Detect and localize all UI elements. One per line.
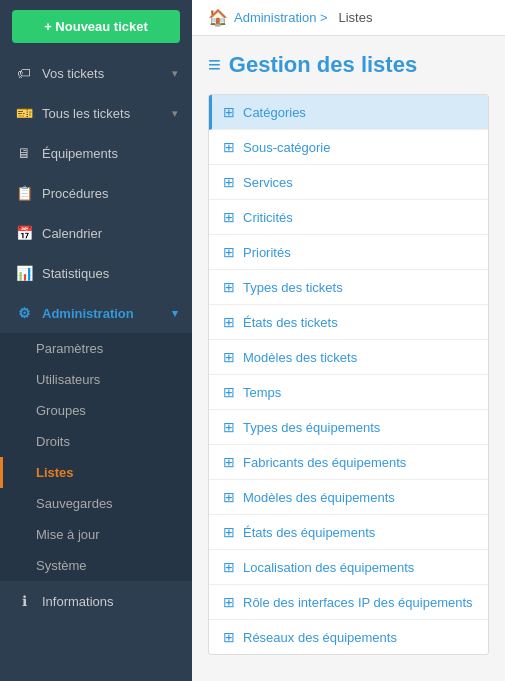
sidebar-item-label: Tous les tickets	[42, 106, 172, 121]
administration-icon: ⚙	[14, 303, 34, 323]
list-item-label: Sous-catégorie	[243, 140, 330, 155]
sidebar-item-parametres[interactable]: Paramètres	[0, 333, 192, 364]
sidebar-item-systeme[interactable]: Système	[0, 550, 192, 581]
list-item-priorites[interactable]: Priorités	[209, 235, 488, 270]
main-content: 🏠 Administration > Listes ≡ Gestion des …	[192, 0, 505, 681]
sidebar-item-mise-a-jour[interactable]: Mise à jour	[0, 519, 192, 550]
chevron-down-icon: ▾	[172, 307, 178, 320]
sidebar-item-tous-tickets[interactable]: 🎫 Tous les tickets ▾	[0, 93, 192, 133]
content-area: ≡ Gestion des listes Catégories Sous-cat…	[192, 36, 505, 681]
home-icon: 🏠	[208, 8, 228, 27]
list-item-label: Catégories	[243, 105, 306, 120]
chevron-down-icon: ▾	[172, 67, 178, 80]
list-item-role-interfaces-ip[interactable]: Rôle des interfaces IP des équipements	[209, 585, 488, 620]
grid-icon	[223, 419, 235, 435]
sidebar-menu: 🏷 Vos tickets ▾ 🎫 Tous les tickets ▾ 🖥 É…	[0, 53, 192, 681]
sidebar-item-label: Calendrier	[42, 226, 178, 241]
grid-icon	[223, 594, 235, 610]
list-item-label: Fabricants des équipements	[243, 455, 406, 470]
sidebar-item-label: Informations	[42, 594, 178, 609]
list-item-label: Types des tickets	[243, 280, 343, 295]
list-item-etats-tickets[interactable]: États des tickets	[209, 305, 488, 340]
grid-icon	[223, 489, 235, 505]
list-item-types-tickets[interactable]: Types des tickets	[209, 270, 488, 305]
list-item-label: Priorités	[243, 245, 291, 260]
sidebar-item-listes[interactable]: Listes	[0, 457, 192, 488]
sidebar-item-utilisateurs[interactable]: Utilisateurs	[0, 364, 192, 395]
list-item-localisation-equipements[interactable]: Localisation des équipements	[209, 550, 488, 585]
list-item-types-equipements[interactable]: Types des équipements	[209, 410, 488, 445]
grid-icon	[223, 139, 235, 155]
grid-icon	[223, 174, 235, 190]
page-title-container: ≡ Gestion des listes	[208, 52, 489, 78]
list-item-label: Types des équipements	[243, 420, 380, 435]
sidebar: + Nouveau ticket 🏷 Vos tickets ▾ 🎫 Tous …	[0, 0, 192, 681]
grid-icon	[223, 314, 235, 330]
list-item-label: Services	[243, 175, 293, 190]
list-icon: ≡	[208, 52, 221, 78]
list-item-label: Rôle des interfaces IP des équipements	[243, 595, 473, 610]
sidebar-item-equipements[interactable]: 🖥 Équipements	[0, 133, 192, 173]
breadcrumb-admin[interactable]: Administration >	[234, 10, 328, 25]
grid-icon	[223, 244, 235, 260]
list-item-label: États des équipements	[243, 525, 375, 540]
sidebar-item-administration[interactable]: ⚙ Administration ▾	[0, 293, 192, 333]
list-item-sous-categorie[interactable]: Sous-catégorie	[209, 130, 488, 165]
informations-icon: ℹ	[14, 591, 34, 611]
list-item-etats-equipements[interactable]: États des équipements	[209, 515, 488, 550]
chevron-down-icon: ▾	[172, 107, 178, 120]
grid-icon	[223, 209, 235, 225]
equipements-icon: 🖥	[14, 143, 34, 163]
list-item-categories[interactable]: Catégories	[209, 95, 488, 130]
sidebar-item-vos-tickets[interactable]: 🏷 Vos tickets ▾	[0, 53, 192, 93]
statistiques-icon: 📊	[14, 263, 34, 283]
sidebar-item-label: Procédures	[42, 186, 178, 201]
list-item-temps[interactable]: Temps	[209, 375, 488, 410]
list-item-criticites[interactable]: Criticités	[209, 200, 488, 235]
list-item-modeles-equipements[interactable]: Modèles des équipements	[209, 480, 488, 515]
sidebar-item-groupes[interactable]: Groupes	[0, 395, 192, 426]
sidebar-item-label: Équipements	[42, 146, 178, 161]
list-item-label: Modèles des équipements	[243, 490, 395, 505]
sidebar-item-label: Vos tickets	[42, 66, 172, 81]
grid-icon	[223, 279, 235, 295]
breadcrumb: Administration > Listes	[234, 10, 372, 25]
sidebar-item-informations[interactable]: ℹ Informations	[0, 581, 192, 621]
list-item-label: Modèles des tickets	[243, 350, 357, 365]
list-item-label: Localisation des équipements	[243, 560, 414, 575]
grid-icon	[223, 454, 235, 470]
list-item-label: Temps	[243, 385, 281, 400]
sidebar-item-label: Statistiques	[42, 266, 178, 281]
calendrier-icon: 📅	[14, 223, 34, 243]
list-item-label: Criticités	[243, 210, 293, 225]
list-item-services[interactable]: Services	[209, 165, 488, 200]
list-item-label: Réseaux des équipements	[243, 630, 397, 645]
grid-icon	[223, 104, 235, 120]
list-card: Catégories Sous-catégorie Services Criti…	[208, 94, 489, 655]
sidebar-item-label: Administration	[42, 306, 172, 321]
list-item-reseaux-equipements[interactable]: Réseaux des équipements	[209, 620, 488, 654]
list-item-modeles-tickets[interactable]: Modèles des tickets	[209, 340, 488, 375]
topbar: 🏠 Administration > Listes	[192, 0, 505, 36]
grid-icon	[223, 629, 235, 645]
list-item-fabricants-equipements[interactable]: Fabricants des équipements	[209, 445, 488, 480]
sidebar-item-sauvegardes[interactable]: Sauvegardes	[0, 488, 192, 519]
sidebar-item-procedures[interactable]: 📋 Procédures	[0, 173, 192, 213]
list-item-label: États des tickets	[243, 315, 338, 330]
vos-tickets-icon: 🏷	[14, 63, 34, 83]
new-ticket-button[interactable]: + Nouveau ticket	[12, 10, 180, 43]
breadcrumb-current: Listes	[338, 10, 372, 25]
grid-icon	[223, 524, 235, 540]
sidebar-item-calendrier[interactable]: 📅 Calendrier	[0, 213, 192, 253]
grid-icon	[223, 559, 235, 575]
admin-submenu: Paramètres Utilisateurs Groupes Droits L…	[0, 333, 192, 581]
grid-icon	[223, 384, 235, 400]
procedures-icon: 📋	[14, 183, 34, 203]
grid-icon	[223, 349, 235, 365]
sidebar-item-statistiques[interactable]: 📊 Statistiques	[0, 253, 192, 293]
sidebar-item-droits[interactable]: Droits	[0, 426, 192, 457]
page-title: Gestion des listes	[229, 52, 417, 78]
tous-tickets-icon: 🎫	[14, 103, 34, 123]
